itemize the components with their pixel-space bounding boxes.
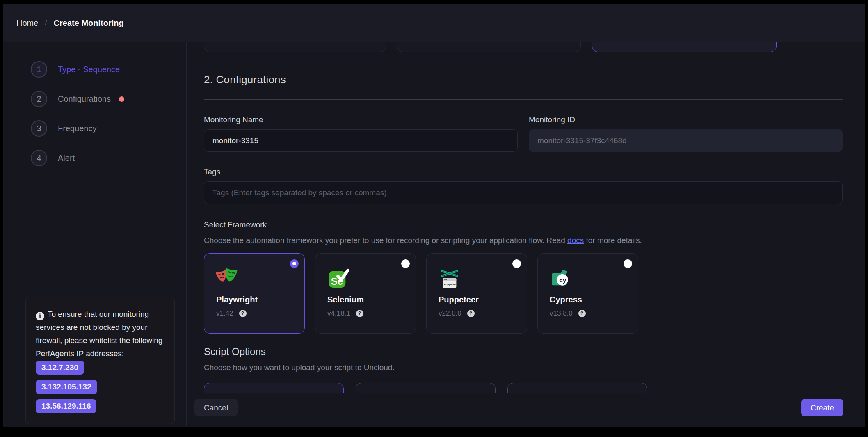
monitoring-name-input[interactable] xyxy=(204,129,518,152)
script-options-description: Choose how you want to upload your scrip… xyxy=(204,363,843,372)
step-1-circle: 1 xyxy=(31,61,47,78)
ip-badge-3: 13.56.129.116 xyxy=(36,399,96,413)
type-card-2-clipped[interactable] xyxy=(397,42,581,52)
svg-text:Puppeteer: Puppeteer xyxy=(444,283,457,286)
create-button[interactable]: Create xyxy=(801,399,843,416)
puppeteer-help-icon[interactable]: ? xyxy=(467,310,475,317)
note-text: To ensure that our monitoring services a… xyxy=(36,310,162,358)
playwright-radio-selected[interactable] xyxy=(290,259,299,268)
step-3-label: Frequency xyxy=(58,124,97,133)
step-type-sequence[interactable]: 1 Type - Sequence xyxy=(31,61,186,78)
firewall-whitelist-note: iTo ensure that our monitoring services … xyxy=(25,297,175,424)
stepper-sidebar: 1 Type - Sequence 2 Configurations 3 Fre… xyxy=(3,42,187,426)
tags-label: Tags xyxy=(204,167,843,176)
step-2-circle: 2 xyxy=(31,91,47,107)
script-option-card-3-clipped[interactable] xyxy=(507,383,647,393)
cypress-radio[interactable] xyxy=(624,259,632,268)
type-card-1-clipped[interactable] xyxy=(204,42,386,52)
section-divider xyxy=(204,99,843,100)
info-icon: i xyxy=(36,312,44,320)
framework-card-puppeteer[interactable]: Puppeteer Puppeteer v22.0.0 ? xyxy=(426,253,527,334)
script-option-card-2-clipped[interactable] xyxy=(356,383,496,393)
step-configurations[interactable]: 2 Configurations xyxy=(31,91,186,107)
selenium-version: v4.18.1 xyxy=(327,309,350,318)
breadcrumb-current-page: Create Monitoring xyxy=(54,18,124,28)
framework-card-selenium[interactable]: Se Selenium v4.18.1 ? xyxy=(315,253,416,334)
framework-description: Choose the automation framework you pref… xyxy=(204,236,843,245)
cypress-version: v13.8.0 xyxy=(550,309,573,318)
selenium-name: Selenium xyxy=(327,295,416,304)
playwright-name: Playwright xyxy=(216,295,304,304)
step-alert[interactable]: 4 Alert xyxy=(31,150,186,166)
footer-actions: Cancel Create xyxy=(187,393,865,426)
playwright-help-icon[interactable]: ? xyxy=(239,310,247,317)
svg-text:cy: cy xyxy=(559,277,566,284)
playwright-version: v1.42 xyxy=(216,309,233,318)
form-scroll-area[interactable]: 2. Configurations Monitoring Name Monito… xyxy=(187,42,865,393)
step-1-label: Type - Sequence xyxy=(58,65,120,74)
step-4-circle: 4 xyxy=(31,150,47,166)
monitoring-name-label: Monitoring Name xyxy=(204,115,518,124)
cypress-icon: cy xyxy=(550,268,572,289)
ip-badge-1: 3.12.7.230 xyxy=(36,361,84,375)
selenium-help-icon[interactable]: ? xyxy=(356,310,363,317)
ip-badge-2: 3.132.105.132 xyxy=(36,380,97,394)
puppeteer-icon: Puppeteer xyxy=(439,268,461,289)
script-option-card-1-clipped-selected[interactable] xyxy=(204,383,344,393)
framework-card-playwright[interactable]: Playwright v1.42 ? xyxy=(204,253,305,334)
puppeteer-version: v22.0.0 xyxy=(439,309,461,318)
puppeteer-name: Puppeteer xyxy=(439,295,527,304)
script-option-cards-clipped-row xyxy=(204,383,843,393)
monitoring-id-label: Monitoring ID xyxy=(529,115,843,124)
breadcrumb-home-link[interactable]: Home xyxy=(16,18,38,28)
puppeteer-radio[interactable] xyxy=(512,259,521,268)
step-2-label: Configurations xyxy=(58,94,111,104)
create-monitoring-page: Home / Create Monitoring 1 Type - Sequen… xyxy=(3,4,865,427)
selenium-radio[interactable] xyxy=(401,259,410,268)
type-card-3-clipped-selected[interactable] xyxy=(592,42,777,52)
breadcrumb: Home / Create Monitoring xyxy=(3,4,865,42)
step-2-alert-dot xyxy=(119,96,124,102)
monitoring-id-input[interactable] xyxy=(529,129,843,152)
breadcrumb-separator: / xyxy=(45,18,47,27)
tags-input[interactable] xyxy=(204,181,843,204)
selenium-icon: Se xyxy=(327,268,349,289)
cancel-button[interactable]: Cancel xyxy=(194,399,238,416)
framework-card-cypress[interactable]: cy Cypress v13.8.0 ? xyxy=(537,253,638,334)
select-framework-label: Select Framework xyxy=(204,220,843,229)
framework-description-text: Choose the automation framework you pref… xyxy=(204,236,567,245)
step-frequency[interactable]: 3 Frequency xyxy=(31,120,186,137)
step-3-circle: 3 xyxy=(31,120,47,137)
cypress-help-icon[interactable]: ? xyxy=(578,310,586,317)
cypress-name: Cypress xyxy=(550,295,638,304)
type-cards-clipped-row xyxy=(204,42,843,52)
step-4-label: Alert xyxy=(58,153,75,163)
docs-link[interactable]: docs xyxy=(567,236,584,245)
main-content: 2. Configurations Monitoring Name Monito… xyxy=(187,42,865,426)
script-options-title: Script Options xyxy=(204,346,843,357)
framework-cards-row: Playwright v1.42 ? Se xyxy=(204,253,843,334)
section-title: 2. Configurations xyxy=(204,73,843,86)
playwright-masks-icon xyxy=(216,268,238,289)
framework-description-tail: for more details. xyxy=(584,236,642,245)
